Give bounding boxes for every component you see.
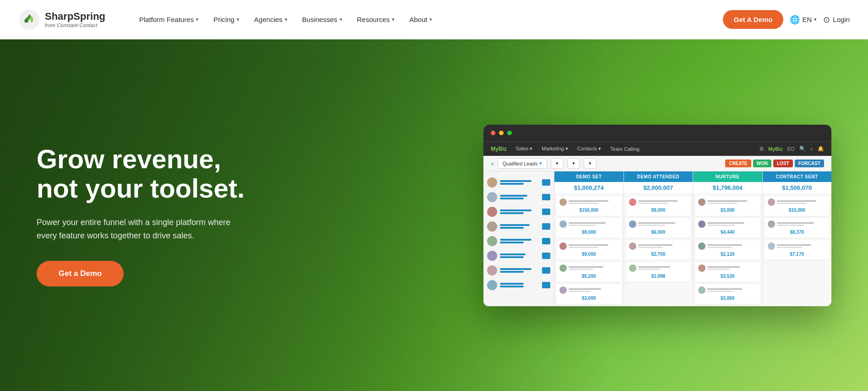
logo[interactable]: SharpSpring from Constant Contact [18, 9, 105, 31]
crm-filter-pill-2[interactable]: ▾ [551, 158, 564, 169]
crm-card[interactable]: $6,000 [626, 218, 691, 238]
avatar [559, 242, 567, 250]
brand-tagline: from Constant Contact [45, 22, 105, 28]
crm-card-lines [638, 200, 688, 204]
hero-get-demo-button[interactable]: Get a Demo [37, 261, 124, 286]
crm-card[interactable]: $10,000 [765, 196, 830, 216]
crm-card[interactable]: $9,000 [557, 218, 621, 238]
brand-name: SharpSpring [45, 11, 105, 22]
avatar [487, 192, 497, 202]
language-selector[interactable]: 🌐 EN ▾ [790, 15, 817, 25]
crm-col-total-demo-attended: $2,000,007 [624, 182, 693, 194]
browser-minimize-dot [499, 131, 504, 135]
crm-card-amount: $1,098 [629, 273, 688, 280]
crm-nav-sales[interactable]: Sales ▾ [516, 146, 533, 152]
nav-links: Platform Features ▾ Pricing ▾ Agencies ▾… [133, 12, 723, 27]
crm-bars [500, 253, 539, 258]
crm-card[interactable]: $8,370 [765, 218, 830, 238]
avatar [487, 251, 497, 261]
list-item[interactable] [483, 248, 554, 263]
crm-card[interactable]: $3,000 [557, 284, 621, 304]
nav-agencies[interactable]: Agencies ▾ [248, 12, 294, 27]
avatar [768, 242, 775, 250]
crm-nav-contacts[interactable]: Contacts ▾ [577, 146, 601, 152]
crm-card[interactable]: $4,440 [695, 218, 760, 238]
chevron-down-icon: ▾ [196, 17, 199, 22]
nav-right: Get A Demo 🌐 EN ▾ ⊙ Login [723, 10, 850, 29]
nav-platform-features[interactable]: Platform Features ▾ [133, 12, 205, 27]
crm-bars [500, 180, 539, 185]
crm-card[interactable]: $2,120 [695, 240, 760, 260]
avatar [698, 220, 705, 228]
crm-search-icon: 🔍 [799, 146, 806, 152]
crm-body: DEMO SET $1,000,274 [483, 171, 831, 306]
crm-create-button[interactable]: CREATE [725, 160, 751, 167]
crm-filter-pill-3[interactable]: ▾ [567, 158, 580, 169]
crm-card-amount: $4,440 [698, 229, 757, 236]
crm-card[interactable]: $150,000 [557, 196, 621, 216]
crm-card-amount: $9,000 [629, 207, 688, 214]
crm-card-lines [707, 200, 757, 204]
crm-lost-button[interactable]: LOST [773, 160, 793, 167]
login-button[interactable]: ⊙ Login [823, 15, 850, 25]
hero-headline: Grow revenue, not your toolset. [37, 144, 256, 203]
crm-card-amount: $2,700 [629, 251, 688, 258]
crm-card-amount: $6,000 [629, 229, 688, 236]
crm-status-tag [542, 238, 550, 244]
avatar [629, 220, 636, 228]
list-item[interactable] [483, 234, 554, 248]
crm-filter-pill[interactable]: Qualified Leads ▾ [498, 158, 547, 169]
crm-col-header-contract-sent: CONTRACT SENT [763, 171, 832, 182]
crm-card-lines [777, 200, 827, 204]
crm-col-total-demo-set: $1,000,274 [554, 182, 624, 194]
list-item[interactable] [483, 219, 554, 234]
crm-card-lines [638, 266, 688, 270]
nav-get-demo-button[interactable]: Get A Demo [723, 10, 784, 29]
crm-col-header-demo-attended: DEMO ATTENDED [624, 171, 693, 182]
crm-card[interactable]: $3,000 [695, 196, 760, 216]
crm-col-header-nurture: NURTURE [693, 171, 762, 182]
crm-card[interactable]: $3,520 [695, 262, 760, 282]
crm-column-nurture: NURTURE $1,796,004 [693, 171, 762, 306]
crm-nav-team-calling[interactable]: Team Calling [610, 146, 640, 152]
crm-back-arrows-icon[interactable]: « [491, 160, 494, 167]
browser-close-dot [491, 131, 495, 135]
crm-card[interactable]: $9,000 [626, 196, 691, 216]
nav-businesses[interactable]: Businesses ▾ [296, 12, 349, 27]
crm-card[interactable]: $3,860 [695, 284, 760, 304]
crm-card-lines [569, 266, 618, 270]
crm-card-amount: $9,000 [559, 229, 618, 236]
nav-pricing[interactable]: Pricing ▾ [207, 12, 246, 27]
nav-resources[interactable]: Resources ▾ [351, 12, 401, 27]
list-item[interactable] [483, 175, 554, 190]
chevron-down-icon: ▾ [392, 17, 395, 22]
crm-card-lines [569, 288, 618, 292]
browser-chrome-bar [483, 125, 831, 141]
crm-card[interactable]: $5,200 [557, 262, 621, 282]
crm-forecast-button[interactable]: FORCAST [795, 160, 824, 167]
crm-card-lines [569, 200, 618, 204]
crm-card-amount: $150,000 [559, 207, 618, 214]
crm-filter-pill-4[interactable]: ▾ [584, 158, 597, 169]
crm-card-amount: $3,520 [698, 273, 757, 280]
crm-card-lines [569, 244, 618, 248]
crm-nav-marketing[interactable]: Marketing ▾ [542, 146, 568, 152]
crm-card[interactable]: $1,098 [626, 262, 691, 282]
crm-status-tag [542, 179, 550, 186]
list-item[interactable] [483, 263, 554, 278]
crm-card[interactable]: $9,000 [557, 240, 621, 260]
crm-sidebar-list [483, 171, 554, 306]
list-item[interactable] [483, 278, 554, 292]
crm-col-header-demo-set: DEMO SET [554, 171, 624, 182]
avatar [698, 264, 705, 272]
avatar [698, 286, 705, 294]
crm-won-button[interactable]: WON [753, 160, 771, 167]
avatar [487, 207, 497, 217]
list-item[interactable] [483, 204, 554, 219]
crm-card-amount: $2,120 [698, 251, 757, 258]
crm-card[interactable]: $2,700 [626, 240, 691, 260]
crm-card[interactable]: $7,170 [765, 240, 830, 260]
nav-about[interactable]: About ▾ [403, 12, 439, 27]
list-item[interactable] [483, 190, 554, 204]
crm-col-total-nurture: $1,796,004 [693, 182, 762, 194]
